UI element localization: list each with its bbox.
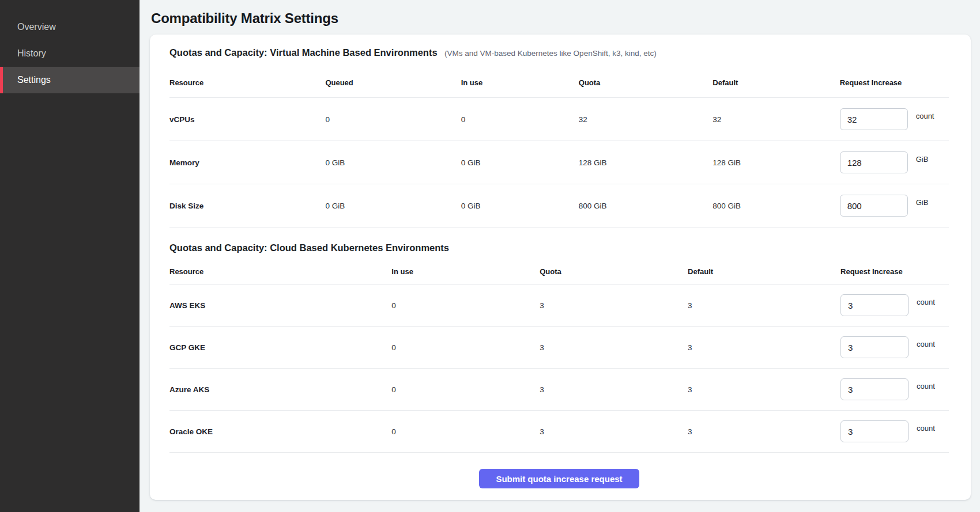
- request-increase-input-vcpus[interactable]: [840, 108, 908, 130]
- column-header-in-use: In use: [461, 78, 579, 87]
- cell-resource: vCPUs: [169, 115, 325, 124]
- cell-resource: Memory: [169, 158, 325, 167]
- cell-default: 128 GiB: [713, 158, 839, 167]
- vm-section-header: Quotas and Capacity: Virtual Machine Bas…: [169, 46, 949, 60]
- cell-quota: 32: [579, 115, 713, 124]
- cell-default: 3: [688, 385, 840, 394]
- column-header-default: Default: [713, 78, 839, 87]
- table-row-gcp-gke: GCP GKE 0 3 3 count: [169, 327, 949, 369]
- cell-queued: 0 GiB: [325, 158, 461, 167]
- unit-label: count: [917, 424, 935, 433]
- table-row-vcpus: vCPUs 0 0 32 32 count: [169, 98, 949, 141]
- cell-queued: 0: [325, 115, 461, 124]
- cloud-section-header: Quotas and Capacity: Cloud Based Kuberne…: [169, 241, 949, 255]
- vm-table-header: Resource Queued In use Quota Default Req…: [169, 68, 949, 98]
- column-header-resource: Resource: [169, 78, 325, 87]
- cell-default: 3: [688, 427, 840, 436]
- main-content: Compatibility Matrix Settings Quotas and…: [140, 0, 980, 512]
- cell-quota: 3: [540, 301, 688, 310]
- page-title: Compatibility Matrix Settings: [151, 10, 971, 26]
- vm-section-subtitle: (VMs and VM-based Kubernetes like OpenSh…: [444, 49, 657, 58]
- cell-resource: Oracle OKE: [169, 427, 391, 436]
- sidebar: Overview History Settings: [0, 0, 140, 512]
- sidebar-item-history[interactable]: History: [0, 40, 140, 67]
- column-header-default: Default: [688, 267, 840, 276]
- unit-label: GiB: [916, 155, 929, 164]
- cell-quota: 128 GiB: [579, 158, 713, 167]
- cell-quota: 3: [540, 427, 688, 436]
- request-increase-input-aws-eks[interactable]: [840, 294, 909, 316]
- sidebar-item-label: Overview: [17, 22, 56, 32]
- cell-quota: 3: [540, 385, 688, 394]
- cell-default: 3: [688, 301, 840, 310]
- cell-queued: 0 GiB: [325, 202, 461, 210]
- column-header-request-increase: Request Increase: [840, 78, 949, 87]
- cell-resource: AWS EKS: [169, 301, 391, 310]
- table-row-azure-aks: Azure AKS 0 3 3 count: [169, 369, 949, 411]
- unit-label: count: [917, 298, 935, 306]
- unit-label: GiB: [916, 198, 929, 207]
- cell-resource: Azure AKS: [169, 385, 391, 394]
- vm-section-title: Quotas and Capacity: Virtual Machine Bas…: [169, 47, 438, 58]
- cell-quota: 800 GiB: [579, 202, 713, 210]
- cell-in-use: 0: [391, 301, 540, 310]
- column-header-quota: Quota: [579, 78, 713, 87]
- request-increase-input-gcp-gke[interactable]: [840, 336, 909, 358]
- cell-quota: 3: [540, 343, 688, 352]
- cell-in-use: 0: [461, 115, 579, 124]
- settings-card: Quotas and Capacity: Virtual Machine Bas…: [150, 35, 971, 500]
- request-increase-input-azure-aks[interactable]: [840, 378, 909, 400]
- cell-in-use: 0: [391, 385, 540, 394]
- request-increase-input-oracle-oke[interactable]: [840, 420, 909, 442]
- table-row-oracle-oke: Oracle OKE 0 3 3 count: [169, 411, 949, 453]
- request-increase-input-memory[interactable]: [840, 151, 908, 173]
- table-row-memory: Memory 0 GiB 0 GiB 128 GiB 128 GiB GiB: [169, 141, 949, 184]
- cell-in-use: 0: [391, 343, 540, 352]
- request-increase-input-disk-size[interactable]: [840, 195, 908, 217]
- column-header-resource: Resource: [169, 267, 391, 276]
- unit-label: count: [917, 340, 935, 348]
- cell-default: 32: [713, 115, 839, 124]
- column-header-in-use: In use: [391, 267, 540, 276]
- column-header-queued: Queued: [325, 78, 461, 87]
- cell-in-use: 0 GiB: [461, 158, 579, 167]
- cell-in-use: 0: [391, 427, 540, 436]
- unit-label: count: [916, 112, 934, 120]
- card-footer: Submit quota increase request: [169, 469, 949, 488]
- table-row-disk-size: Disk Size 0 GiB 0 GiB 800 GiB 800 GiB Gi…: [169, 184, 949, 227]
- sidebar-item-label: Settings: [17, 75, 51, 85]
- cell-default: 800 GiB: [713, 202, 839, 210]
- sidebar-item-label: History: [17, 48, 46, 59]
- sidebar-item-settings[interactable]: Settings: [0, 67, 140, 93]
- sidebar-item-overview[interactable]: Overview: [0, 14, 140, 40]
- cell-in-use: 0 GiB: [461, 202, 579, 210]
- cloud-table-header: Resource In use Quota Default Request In…: [169, 259, 949, 285]
- cell-resource: Disk Size: [169, 202, 325, 210]
- column-header-quota: Quota: [540, 267, 688, 276]
- table-row-aws-eks: AWS EKS 0 3 3 count: [169, 285, 949, 327]
- cloud-section-title: Quotas and Capacity: Cloud Based Kuberne…: [169, 242, 449, 253]
- cell-resource: GCP GKE: [169, 343, 391, 352]
- submit-quota-button[interactable]: Submit quota increase request: [479, 469, 639, 488]
- cell-default: 3: [688, 343, 840, 352]
- column-header-request-increase: Request Increase: [840, 267, 949, 276]
- unit-label: count: [917, 382, 935, 390]
